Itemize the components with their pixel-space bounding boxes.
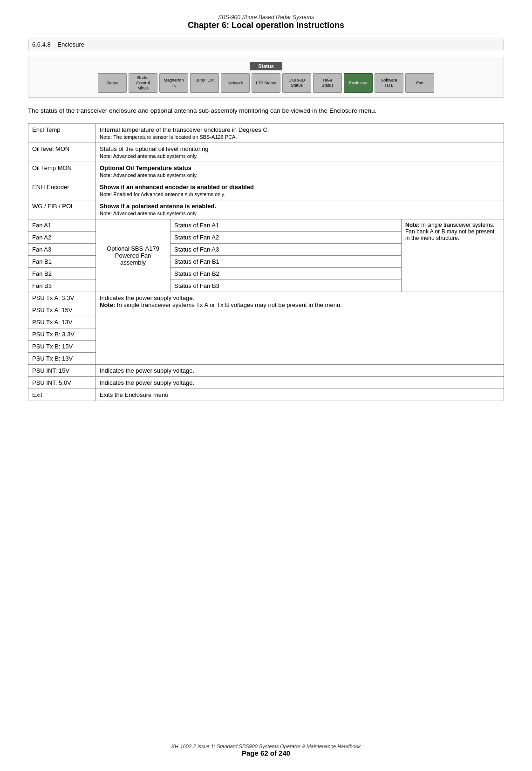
- label-oil-temp: Oil Temp MON: [28, 162, 96, 181]
- menu-btn-hiai[interactable]: HI/AIStatus: [313, 73, 342, 93]
- table-row-fan-a1: Fan A1 Optional SBS-A179Powered Fanassem…: [28, 219, 504, 231]
- label-psu-tx-a-15: PSU Tx A: 15V: [28, 304, 96, 316]
- menu-btn-magnetron[interactable]: MagnetronH.: [159, 73, 188, 93]
- table-row-oil-level: Oil level MON Status of the optional oil…: [28, 143, 504, 162]
- label-psu-int-50: PSU INT: 5.0V: [28, 376, 96, 389]
- menu-btn-coraid[interactable]: CORAIDStatus: [282, 73, 311, 93]
- label-psu-tx-b-13: PSU Tx B: 13V: [28, 352, 96, 364]
- table-row-psu-int-15: PSU INT: 15V Indicates the power supply …: [28, 364, 504, 376]
- menu-btn-status[interactable]: Status: [98, 73, 127, 93]
- label-oil-level: Oil level MON: [28, 143, 96, 162]
- label-exit: Exit: [28, 389, 96, 401]
- table-row-enh-encoder: ENH Encoder Shows if an enhanced encoder…: [28, 181, 504, 200]
- label-fan-a3: Fan A3: [28, 243, 96, 255]
- status-fan-b2: Status of Fan B2: [171, 267, 402, 280]
- label-psu-tx-a-13: PSU Tx A: 13V: [28, 316, 96, 328]
- table-row-encl-temp: Encl Temp Internal temperature of the tr…: [28, 123, 504, 143]
- label-fan-b3: Fan B3: [28, 280, 96, 292]
- desc-enh-encoder: Shows if an enhanced encoder is enabled …: [96, 181, 504, 200]
- page-header: SBS-900 Shore Based Radar Systems Chapte…: [28, 14, 504, 30]
- label-psu-tx-b-15: PSU Tx B: 15V: [28, 340, 96, 352]
- page-footer: KH-1602-2 issue 1: Standard SBS900 Syste…: [0, 744, 532, 757]
- menu-btn-exit[interactable]: Exit: [405, 73, 434, 93]
- footer-page: Page 62 of 240: [0, 749, 532, 757]
- table-row-psu-tx-a-33: PSU Tx A: 3.3V Indicates the power suppl…: [28, 292, 504, 304]
- label-sbs-a179: Optional SBS-A179Powered Fanassembly: [96, 219, 171, 292]
- label-psu-tx-a-33: PSU Tx A: 3.3V: [28, 292, 96, 304]
- label-fan-a2: Fan A2: [28, 231, 96, 243]
- diagram-status-bar: Status: [250, 62, 282, 70]
- footer-subtitle: KH-1602-2 issue 1: Standard SBS900 Syste…: [0, 744, 532, 749]
- diagram-menu-bar: Status RadarControlMbUs MagnetronH. Buoy…: [98, 73, 434, 93]
- label-enh-encoder: ENH Encoder: [28, 181, 96, 200]
- menu-btn-enclosure[interactable]: Enclosure: [344, 73, 373, 93]
- label-psu-int-15: PSU INT: 15V: [28, 364, 96, 376]
- desc-psu-group: Indicates the power supply voltage. Note…: [96, 292, 504, 364]
- label-fan-a1: Fan A1: [28, 219, 96, 231]
- table-row-oil-temp: Oil Temp MON Optional Oil Temperature st…: [28, 162, 504, 181]
- section-heading: 6.6.4.8 Enclosure: [28, 39, 504, 50]
- label-wg-fib-pol: WG / FIB / POL: [28, 200, 96, 219]
- status-fan-a2: Status of Fan A2: [171, 231, 402, 243]
- menu-btn-software[interactable]: SoftwareH.H.: [375, 73, 403, 93]
- desc-oil-temp: Optional Oil Temperature status Note: Ad…: [96, 162, 504, 181]
- status-fan-b3: Status of Fan B3: [171, 280, 402, 292]
- label-encl-temp: Encl Temp: [28, 123, 96, 143]
- desc-exit: Exits the Enclosure menu: [96, 389, 504, 401]
- label-psu-tx-b-33: PSU Tx B: 3.3V: [28, 328, 96, 340]
- desc-encl-temp: Internal temperature of the transceiver …: [96, 123, 504, 143]
- status-fan-a1: Status of Fan A1: [171, 219, 402, 231]
- menu-btn-network[interactable]: Network: [221, 73, 250, 93]
- menu-btn-buoy[interactable]: Buoy+Ext=: [190, 73, 219, 93]
- status-fan-b1: Status of Fan B1: [171, 255, 402, 267]
- desc-psu-int-15: Indicates the power supply voltage.: [96, 364, 504, 376]
- label-fan-b2: Fan B2: [28, 267, 96, 280]
- main-table: Encl Temp Internal temperature of the tr…: [28, 123, 504, 401]
- menu-btn-radar-control[interactable]: RadarControlMbUs: [129, 73, 157, 93]
- table-row-wg-fib-pol: WG / FIB / POL Shows if a polarised ante…: [28, 200, 504, 219]
- desc-psu-int-50: Indicates the power supply voltage.: [96, 376, 504, 389]
- label-fan-b1: Fan B1: [28, 255, 96, 267]
- chapter-label: Chapter 6: [188, 20, 226, 30]
- header-chapter-title: Chapter 6: Local operation instructions: [28, 20, 504, 30]
- header-subtitle: SBS-900 Shore Based Radar Systems: [28, 14, 504, 20]
- diagram-container: Status Status RadarControlMbUs Magnetron…: [28, 57, 504, 98]
- desc-wg-fib-pol: Shows if a polarised antenna is enabled.…: [96, 200, 504, 219]
- desc-oil-level: Status of the optional oil level monitor…: [96, 143, 504, 162]
- menu-btn-ltp[interactable]: LTP Status: [252, 73, 280, 93]
- table-row-exit: Exit Exits the Enclosure menu: [28, 389, 504, 401]
- table-row-psu-int-50: PSU INT: 5.0V Indicates the power supply…: [28, 376, 504, 389]
- status-fan-a3: Status of Fan A3: [171, 243, 402, 255]
- body-text: The status of the transceiver enclosure …: [28, 106, 504, 116]
- note-fan-group: Note: In single transceiver systems. Fan…: [402, 219, 504, 292]
